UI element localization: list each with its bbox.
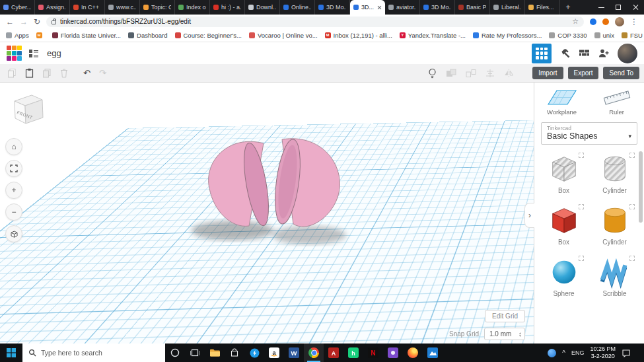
browser-tab[interactable]: 3D Mo...	[420, 0, 455, 15]
show-all-icon[interactable]	[428, 68, 437, 79]
bookmark-item[interactable]: Vocaroo | Online vo...	[249, 32, 318, 39]
my-designs-icon[interactable]	[28, 49, 39, 58]
bookmark-item[interactable]: M Inbox (12,191) - alli...	[325, 32, 392, 39]
blue-app-icon[interactable]	[244, 344, 264, 362]
shape-scribble[interactable]: Scribble	[593, 256, 637, 297]
shape-hole-cylinder[interactable]: Cylinder	[593, 153, 637, 194]
start-button[interactable]	[0, 344, 22, 362]
redo-button[interactable]: ↷	[99, 69, 106, 77]
group-button[interactable]	[446, 69, 456, 78]
flip-button[interactable]	[504, 69, 515, 77]
bookmark-item[interactable]: w	[36, 32, 45, 38]
browser-tab[interactable]: Assign...	[35, 0, 70, 15]
bookmark-item[interactable]: unix	[594, 32, 614, 39]
bookmark-item[interactable]: Apps	[6, 32, 29, 39]
shape-category-dropdown[interactable]: Tinkercad Basic Shapes ▾	[541, 122, 637, 145]
purple-app-icon[interactable]	[383, 344, 403, 362]
egg-half-left[interactable]	[209, 141, 273, 227]
task-view-icon[interactable]	[185, 344, 205, 362]
browser-tab[interactable]: Index o...	[175, 0, 210, 15]
back-button[interactable]: ←	[6, 18, 14, 26]
browser-profile-avatar[interactable]	[615, 17, 624, 26]
adobe-app-icon[interactable]: A	[324, 344, 343, 362]
shape-hole-box[interactable]: Box	[542, 153, 586, 194]
netflix-app-icon[interactable]: N	[363, 344, 383, 362]
egg-model[interactable]	[0, 83, 534, 344]
browser-tab[interactable]: www.c...	[105, 0, 140, 15]
shape-red-box[interactable]: Box	[542, 204, 586, 246]
browser-tab[interactable]: Downl...	[245, 0, 280, 15]
hammer-icon[interactable]	[559, 48, 571, 59]
browser-tab[interactable]: 3D Mo...	[315, 0, 350, 15]
snap-grid-steppers[interactable]: ▲▼	[519, 332, 522, 337]
delete-button[interactable]	[60, 68, 68, 78]
import-button[interactable]: Import	[532, 67, 563, 79]
browser-tab[interactable]: Online...	[280, 0, 315, 15]
perspective-toggle-button[interactable]	[5, 225, 22, 242]
zoom-out-button[interactable]: −	[5, 203, 22, 221]
tab-close-icon[interactable]	[376, 5, 382, 10]
send-to-button[interactable]: Send To	[603, 67, 639, 79]
snap-grid-dropdown[interactable]: 1.0 mm ▲▼	[484, 328, 525, 340]
grid-view-button[interactable]	[532, 44, 552, 63]
shape-sphere[interactable]: Sphere	[542, 256, 586, 297]
bookmark-item[interactable]: COP 3330	[549, 32, 587, 39]
window-minimize-button[interactable]	[592, 0, 610, 15]
bookmark-item[interactable]: Florida State Univer...	[52, 32, 121, 39]
bookmark-item[interactable]: Rate My Professors...	[473, 32, 542, 39]
copy-button[interactable]	[7, 68, 17, 78]
chrome-app-icon[interactable]	[304, 344, 324, 362]
home-view-button[interactable]: ⌂	[5, 138, 22, 155]
forward-button[interactable]: →	[20, 18, 28, 26]
browser-tab[interactable]: Liberal...	[490, 0, 525, 15]
align-button[interactable]	[485, 69, 495, 78]
bookmark-item[interactable]: Dashboard	[128, 32, 167, 39]
amazon-app-icon[interactable]: a	[264, 344, 284, 362]
shape-orange-cylinder[interactable]: Cylinder	[593, 204, 637, 246]
tray-app-icon[interactable]	[548, 349, 556, 357]
browser-tab[interactable]: hi :) - a...	[210, 0, 245, 15]
paste-button[interactable]	[25, 68, 34, 78]
firefox-app-icon[interactable]	[403, 344, 423, 362]
extension-icon-orange[interactable]	[602, 18, 609, 25]
browser-tab[interactable]: Cyber...	[0, 0, 35, 15]
address-bar[interactable]: tinkercad.com/things/bFSRZ2urU3L-egg/edi…	[46, 17, 584, 27]
browser-tab[interactable]: 3D...	[350, 0, 385, 15]
word-app-icon[interactable]: W	[284, 344, 304, 362]
taskbar-search[interactable]	[22, 344, 165, 362]
cortana-icon[interactable]	[165, 344, 185, 362]
browser-tab[interactable]: aviator...	[385, 0, 420, 15]
fit-view-button[interactable]	[5, 160, 22, 177]
window-close-button[interactable]	[627, 0, 644, 15]
undo-button[interactable]: ↶	[83, 69, 90, 77]
search-input[interactable]	[41, 349, 159, 357]
language-indicator[interactable]: ENG	[571, 349, 585, 356]
bookmark-item[interactable]: Course: Beginner's...	[175, 32, 242, 39]
store-app-icon[interactable]	[225, 344, 244, 362]
ungroup-button[interactable]	[466, 69, 476, 78]
ruler-tool[interactable]: Ruler	[589, 88, 644, 116]
egg-half-right[interactable]	[271, 138, 340, 227]
photos-app-icon[interactable]	[423, 344, 443, 362]
user-avatar[interactable]	[618, 44, 637, 63]
add-collaborator-icon[interactable]	[598, 48, 610, 58]
action-center-icon[interactable]	[622, 349, 631, 357]
new-tab-button[interactable]: +	[562, 1, 574, 13]
zoom-in-button[interactable]: +	[5, 182, 22, 199]
reload-button[interactable]: ↻	[34, 18, 40, 26]
workplane-tool[interactable]: Workplane	[534, 88, 589, 116]
edit-grid-button[interactable]: Edit Grid	[485, 310, 525, 322]
taskbar-clock[interactable]: 10:26 PM 3-2-2020	[590, 345, 616, 361]
tray-expand-icon[interactable]: ^	[562, 349, 565, 357]
view-cube[interactable]: FRONT	[8, 90, 48, 129]
duplicate-button[interactable]	[42, 68, 52, 78]
step-down-icon[interactable]: ▼	[519, 334, 522, 337]
browser-tab[interactable]: In C++	[70, 0, 105, 15]
file-explorer-app-icon[interactable]	[205, 344, 225, 362]
extension-icon-blue[interactable]	[590, 18, 596, 25]
browser-tab[interactable]: Topic: C	[140, 0, 175, 15]
bookmark-star-icon[interactable]: ☆	[572, 17, 579, 26]
site-security-icon[interactable]	[52, 20, 56, 24]
panel-scrollbar[interactable]	[639, 151, 643, 223]
window-maximize-button[interactable]	[610, 0, 627, 15]
